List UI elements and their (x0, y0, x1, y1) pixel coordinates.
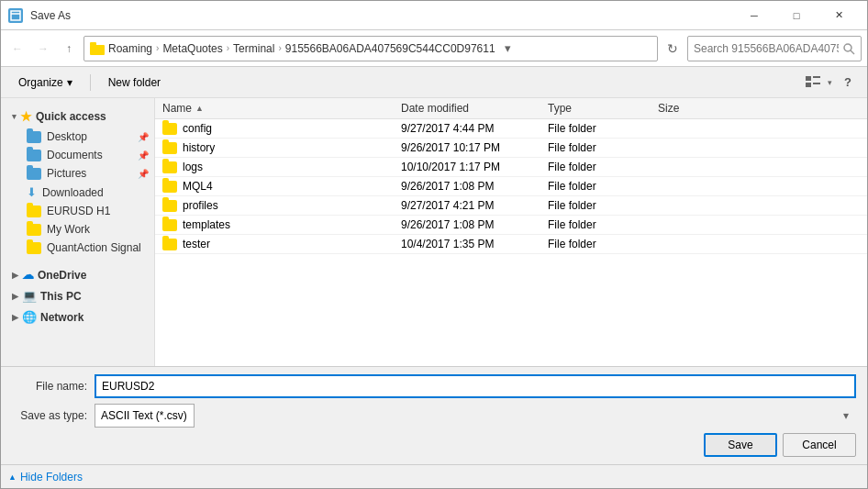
quick-access-header[interactable]: ▾ ★ Quick access (1, 106, 154, 128)
folder-icon (162, 123, 177, 135)
toolbar: Organize ▾ New folder ▾ ? (1, 67, 867, 98)
svg-rect-9 (813, 83, 820, 84)
onedrive-item[interactable]: ▶ ☁ OneDrive (1, 264, 154, 285)
cancel-button[interactable]: Cancel (783, 433, 856, 457)
breadcrumb-metaquotes: MetaQuotes (162, 42, 222, 55)
view-button[interactable] (800, 71, 826, 94)
type-cell: File folder (548, 180, 658, 193)
savetype-select[interactable]: ASCII Text (*.csv) (95, 404, 195, 428)
table-row[interactable]: profiles 9/27/2017 4:21 PM File folder (155, 196, 867, 216)
date-cell: 9/27/2017 4:21 PM (401, 199, 548, 212)
type-cell: File folder (548, 199, 658, 212)
sidebar-item-quantaction[interactable]: QuantAction Signal (1, 239, 154, 257)
sidebar-item-documents[interactable]: Documents 📌 (1, 146, 154, 164)
sidebar-item-mywork[interactable]: My Work (1, 220, 154, 239)
table-row[interactable]: MQL4 9/26/2017 1:08 PM File folder (155, 177, 867, 196)
svg-rect-8 (806, 83, 811, 87)
breadcrumb-sep-2: › (227, 43, 229, 53)
toolbar-right: ▾ ? (800, 71, 860, 94)
thispc-chevron-icon: ▶ (12, 292, 18, 301)
type-cell: File folder (548, 161, 658, 173)
pc-icon: 💻 (22, 289, 37, 303)
breadcrumb: Roaming (108, 42, 152, 55)
minimize-button[interactable]: ─ (733, 1, 775, 30)
svg-rect-6 (806, 76, 811, 81)
breadcrumb-id: 915566BA06ADA407569C544CC0D97611 (285, 42, 495, 55)
date-cell: 9/26/2017 1:08 PM (401, 218, 548, 231)
network-chevron-icon: ▶ (12, 313, 18, 322)
close-button[interactable]: ✕ (818, 1, 860, 30)
breadcrumb-bar[interactable]: Roaming › MetaQuotes › Terminal › 915566… (83, 36, 658, 61)
sidebar-item-pictures[interactable]: Pictures 📌 (1, 164, 154, 183)
date-cell: 9/27/2017 4:44 PM (401, 122, 548, 135)
title-bar: Save As ─ □ ✕ (1, 1, 867, 30)
col-header-date[interactable]: Date modified (401, 102, 548, 115)
refresh-button[interactable]: ↻ (662, 38, 684, 60)
onedrive-icon: ☁ (22, 268, 34, 282)
up-button[interactable]: ↑ (58, 38, 80, 60)
back-button[interactable]: ← (6, 38, 28, 60)
breadcrumb-dropdown-button[interactable]: ▾ (499, 37, 517, 61)
network-item[interactable]: ▶ 🌐 Network (1, 306, 154, 328)
svg-point-4 (844, 44, 851, 51)
downloaded-download-icon: ⬇ (27, 185, 37, 199)
sidebar-item-eurusd[interactable]: EURUSD H1 (1, 202, 154, 220)
breadcrumb-terminal: Terminal (233, 42, 274, 55)
forward-button[interactable]: → (32, 38, 54, 60)
hide-folders-bar[interactable]: ▲ Hide Folders (1, 464, 867, 488)
onedrive-chevron-icon: ▶ (12, 271, 18, 280)
type-cell: File folder (548, 122, 658, 135)
quantaction-folder-icon (27, 242, 41, 254)
search-box (687, 36, 862, 61)
file-list-header: Name ▲ Date modified Type Size (155, 98, 867, 119)
savetype-label: Save as type: (12, 409, 95, 422)
svg-rect-2 (90, 45, 105, 55)
dialog-title: Save As (30, 9, 71, 22)
dialog-icon (8, 8, 23, 23)
hide-folders-chevron-icon: ▲ (8, 472, 17, 482)
date-cell: 10/10/2017 1:17 PM (401, 161, 548, 173)
col-header-type[interactable]: Type (548, 102, 658, 115)
search-input[interactable] (694, 42, 839, 55)
save-as-dialog: Save As ─ □ ✕ ← → ↑ Roaming › MetaQuotes… (0, 0, 868, 489)
folder-icon (162, 239, 177, 250)
thispc-item[interactable]: ▶ 💻 This PC (1, 285, 154, 306)
folder-breadcrumb-icon (90, 42, 105, 55)
folder-icon (162, 200, 177, 212)
table-row[interactable]: templates 9/26/2017 1:08 PM File folder (155, 216, 867, 235)
svg-rect-7 (813, 76, 820, 78)
date-cell: 10/4/2017 1:35 PM (401, 238, 548, 250)
hide-folders-label: Hide Folders (20, 471, 83, 483)
table-row[interactable]: config 9/27/2017 4:44 PM File folder (155, 119, 867, 139)
col-header-name[interactable]: Name ▲ (162, 102, 401, 115)
date-cell: 9/26/2017 10:17 PM (401, 141, 548, 154)
maximize-button[interactable]: □ (775, 1, 818, 30)
svg-rect-3 (90, 42, 96, 46)
network-label: Network (40, 311, 83, 324)
table-row[interactable]: logs 10/10/2017 1:17 PM File folder (155, 158, 867, 177)
title-bar-left: Save As (8, 8, 71, 23)
new-folder-button[interactable]: New folder (98, 71, 171, 94)
sidebar: ▾ ★ Quick access Desktop 📌 Documents 📌 P… (1, 98, 155, 366)
organize-button[interactable]: Organize ▾ (8, 71, 83, 94)
sidebar-item-desktop[interactable]: Desktop 📌 (1, 128, 154, 146)
table-row[interactable]: tester 10/4/2017 1:35 PM File folder (155, 235, 867, 254)
sidebar-item-downloaded[interactable]: ⬇ Downloaded (1, 183, 154, 202)
table-row[interactable]: history 9/26/2017 10:17 PM File folder (155, 139, 867, 158)
date-cell: 9/26/2017 1:08 PM (401, 180, 548, 193)
main-content: ▾ ★ Quick access Desktop 📌 Documents 📌 P… (1, 98, 867, 366)
savetype-wrapper: ASCII Text (*.csv) (95, 404, 856, 428)
mywork-folder-icon (27, 224, 41, 236)
help-button[interactable]: ? (836, 71, 860, 94)
view-icon (806, 76, 820, 89)
filename-input[interactable] (95, 374, 856, 398)
pin-icon-desktop: 📌 (138, 132, 149, 142)
breadcrumb-sep-1: › (156, 43, 159, 53)
organize-chevron-icon: ▾ (67, 76, 72, 89)
col-header-size[interactable]: Size (658, 102, 731, 115)
network-icon: 🌐 (22, 310, 37, 324)
svg-rect-0 (11, 11, 20, 20)
breadcrumb-sep-3: › (278, 43, 281, 53)
save-button[interactable]: Save (704, 433, 777, 457)
savetype-row: Save as type: ASCII Text (*.csv) (12, 404, 856, 428)
